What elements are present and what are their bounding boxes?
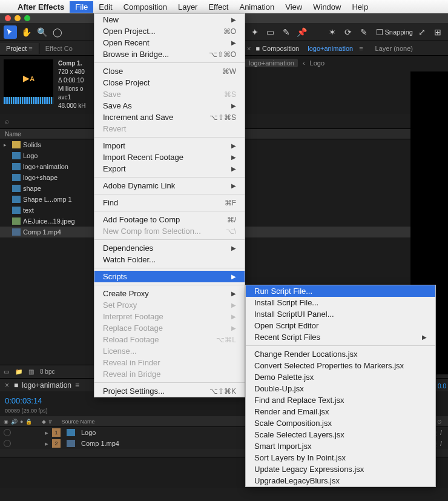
orbit-tool[interactable]: ◯	[51, 25, 64, 39]
menu-item[interactable]: Export▶	[94, 163, 245, 174]
menu-item[interactable]: Watch Folder...	[94, 254, 245, 265]
close-window-icon[interactable]	[5, 15, 11, 21]
menu-window[interactable]: Window	[308, 1, 346, 13]
new-bin-icon[interactable]: ▭	[4, 368, 9, 375]
menu-item-label: Import	[103, 141, 125, 150]
expand-icon[interactable]: ▸	[45, 440, 48, 448]
menu-item-label: Create Proxy	[103, 289, 149, 298]
new-comp-icon[interactable]: ▥	[28, 368, 34, 375]
layer-tab[interactable]: Layer (none)	[375, 45, 413, 52]
menu-item[interactable]: Scale Composition.jsx	[246, 417, 435, 429]
menu-item[interactable]: Close Project	[94, 77, 245, 88]
menu-item[interactable]: Smart Import.jsx	[246, 440, 435, 452]
menu-item[interactable]: Demo Palette.jsx	[246, 371, 435, 383]
name-column[interactable]: Name	[5, 131, 21, 138]
menu-item[interactable]: Run Script File...	[246, 285, 435, 297]
menu-help[interactable]: Help	[346, 1, 374, 13]
menu-item[interactable]: New▶	[94, 14, 245, 25]
crumb-b[interactable]: Logo	[310, 59, 324, 67]
menu-item[interactable]: Add Footage to Comp⌘/	[94, 214, 245, 225]
menu-item[interactable]: Render and Email.jsx	[246, 406, 435, 417]
snapping-toggle[interactable]: Snapping	[377, 28, 413, 36]
visibility-toggle-icon[interactable]	[4, 440, 11, 447]
menu-item[interactable]: Scale Selected Layers.jsx	[246, 429, 435, 440]
disclosure-triangle-icon[interactable]: ▸	[4, 142, 10, 148]
app-name[interactable]: After Effects	[12, 1, 70, 13]
menu-item[interactable]: Dependencies▶	[94, 242, 245, 254]
menu-item-label: Project Settings...	[103, 387, 165, 396]
effect-controls-tab[interactable]: Effect Co	[39, 45, 79, 52]
expand-icon[interactable]: ▸	[45, 429, 48, 437]
menu-item[interactable]: Install Script File...	[246, 297, 435, 308]
menu-item[interactable]: Browse in Bridge...⌥⇧⌘O	[94, 48, 245, 60]
menu-layer[interactable]: Layer	[173, 1, 203, 13]
menu-item-label: Run Script File...	[254, 287, 312, 296]
clone-tool-icon[interactable]: ⟳	[341, 25, 355, 39]
menu-item[interactable]: Find and Replace Text.jsx	[246, 394, 435, 406]
menu-file[interactable]: File	[70, 1, 93, 13]
shortcut-label: ⌥⇧⌘O	[209, 50, 236, 59]
project-tab[interactable]: Project ≡	[0, 43, 39, 54]
snap-grid-icon[interactable]: ⊞	[431, 25, 444, 39]
menu-item[interactable]: Open Project...⌘O	[94, 25, 245, 37]
menu-item[interactable]: Close⌘W	[94, 65, 245, 77]
layer-switch-icon[interactable]: /	[440, 429, 442, 437]
layer-switch-icon[interactable]: /	[440, 440, 442, 448]
menu-item[interactable]: Create Proxy▶	[94, 288, 245, 299]
roto-tool-icon[interactable]: ✶	[326, 25, 339, 39]
menu-item[interactable]: Project Settings...⌥⇧⌘K	[94, 385, 245, 397]
menu-item[interactable]: UpgradeLegacyBlurs.jsx	[246, 475, 435, 486]
zoom-tool[interactable]: 🔍	[35, 25, 48, 39]
menu-item[interactable]: Scripts▶	[94, 271, 245, 282]
crumb-a[interactable]: logo+animation	[245, 59, 298, 67]
bpc-toggle[interactable]: 8 bpc	[40, 368, 54, 375]
new-folder-icon[interactable]: 📁	[15, 368, 22, 375]
menu-item[interactable]: Install ScriptUI Panel...	[246, 308, 435, 320]
menu-effect[interactable]: Effect	[203, 1, 234, 13]
timeline-edge-value: 0.0	[436, 379, 448, 393]
pen-tool-icon[interactable]: ✎	[280, 25, 293, 39]
source-name-col[interactable]: Source Name	[54, 419, 94, 425]
menu-animation[interactable]: Animation	[234, 1, 280, 13]
menu-edit[interactable]: Edit	[93, 1, 117, 13]
menu-item[interactable]: Find⌘F	[94, 197, 245, 208]
menu-item[interactable]: Change Render Locations.jsx	[246, 348, 435, 360]
shape-tool-icon[interactable]: ▭	[264, 25, 277, 39]
submenu-arrow-icon: ▶	[231, 290, 236, 297]
submenu-arrow-icon: ▶	[231, 245, 236, 251]
menu-item[interactable]: Update Legacy Expressions.jsx	[246, 463, 435, 475]
visibility-toggle-icon[interactable]	[4, 429, 11, 436]
timeline-tab[interactable]: logo+animation	[18, 381, 75, 390]
menu-item[interactable]: Import▶	[94, 140, 245, 151]
mp4-icon	[12, 228, 21, 236]
menu-item[interactable]: Import Recent Footage▶	[94, 151, 245, 163]
menu-item-label: Increment and Save	[103, 113, 173, 122]
brush-tool-icon[interactable]: ✎	[357, 25, 371, 39]
zoom-window-icon[interactable]	[24, 15, 30, 21]
menu-item[interactable]: Recent Script Files▶	[246, 331, 435, 343]
menu-item[interactable]: Sort Layers by In Point.jsx	[246, 452, 435, 463]
menu-item[interactable]: Convert Selected Properties to Markers.j…	[246, 360, 435, 371]
menu-item[interactable]: Adobe Dynamic Link▶	[94, 180, 245, 191]
anchor-tool-icon[interactable]: ✦	[248, 25, 262, 39]
submenu-arrow-icon: ▶	[231, 302, 236, 308]
menu-composition[interactable]: Composition	[118, 1, 173, 13]
minimize-window-icon[interactable]	[15, 15, 21, 21]
parent-icon[interactable]: ⊙	[437, 419, 442, 425]
menu-item[interactable]: Increment and Save⌥⇧⌘S	[94, 111, 245, 123]
snap-edge-icon[interactable]: ⤢	[415, 25, 429, 39]
selection-tool[interactable]	[4, 25, 17, 39]
project-item-name: logo+animation	[23, 163, 68, 170]
menu-item[interactable]: Open Recent▶	[94, 37, 245, 48]
eye-col-icon: ◉	[4, 419, 8, 425]
comp-name[interactable]: logo+animation	[301, 43, 359, 54]
menu-item: Interpret Footage▶	[94, 311, 245, 322]
menu-item-label: Reload Footage	[103, 335, 159, 344]
comp-icon	[12, 174, 21, 181]
menu-view[interactable]: View	[280, 1, 308, 13]
puppet-tool-icon[interactable]: 📌	[295, 25, 309, 39]
hand-tool[interactable]: ✋	[19, 25, 33, 39]
menu-item[interactable]: Open Script Editor	[246, 320, 435, 331]
menu-item[interactable]: Save As▶	[94, 100, 245, 111]
menu-item[interactable]: Double-Up.jsx	[246, 383, 435, 394]
